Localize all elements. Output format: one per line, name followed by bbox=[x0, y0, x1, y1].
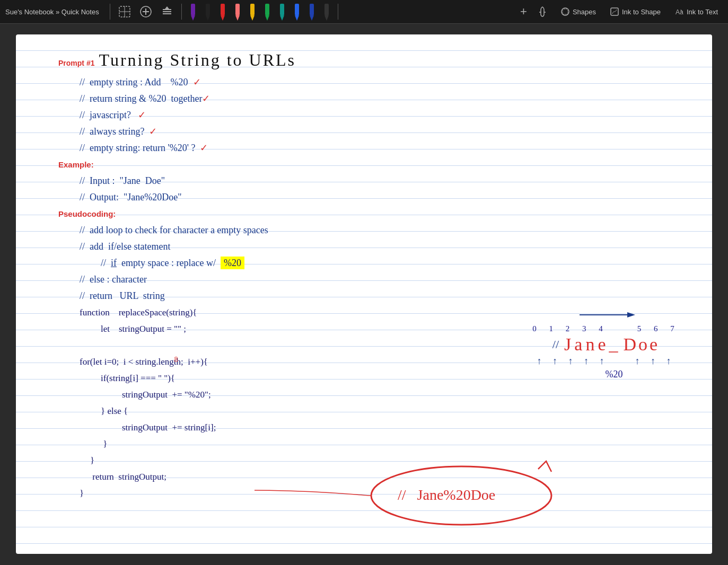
code-line-7: stringOutput += string[i]; bbox=[58, 419, 511, 436]
svg-marker-21 bbox=[265, 15, 269, 21]
example-label: Example: bbox=[58, 160, 94, 169]
percent20-label: %20 bbox=[606, 369, 623, 380]
arrows-up-row: ↑ ↑ ↑ ↑ ↑ ↑ ↑ ↑ bbox=[537, 356, 676, 367]
right-arrow-svg bbox=[574, 310, 638, 320]
svg-marker-15 bbox=[221, 15, 225, 21]
pen-blue-button[interactable] bbox=[291, 1, 303, 23]
svg-rect-14 bbox=[221, 4, 225, 15]
pen-black-icon bbox=[204, 3, 212, 21]
svg-rect-24 bbox=[295, 4, 299, 15]
note-line-2: // return string & %20 together✓ bbox=[58, 91, 691, 107]
pseudo-line-1: // add loop to check for character a emp… bbox=[58, 222, 691, 239]
space-text: _ bbox=[609, 334, 618, 355]
select-tool-button[interactable] bbox=[116, 3, 134, 21]
highlight-percent20: %20 bbox=[221, 257, 244, 269]
svg-rect-28 bbox=[324, 4, 329, 15]
check-2: ✓ bbox=[202, 93, 210, 104]
if-keyword: if bbox=[111, 258, 117, 268]
plus-icon: + bbox=[520, 5, 527, 19]
pen-dark-icon bbox=[323, 3, 330, 21]
pseudo-line-2: // add if/else statement bbox=[58, 239, 691, 255]
svg-marker-27 bbox=[310, 15, 314, 21]
svg-marker-11 bbox=[191, 15, 195, 21]
diagram-section: 0 1 2 3 4 5 6 7 // Jane _ Doe ↑ ↑ ↑ ↑ ↑ … bbox=[521, 304, 691, 501]
arrange-tool-button[interactable] bbox=[158, 3, 176, 21]
pen-red2-button[interactable] bbox=[232, 1, 243, 23]
arrow-right-container bbox=[574, 310, 638, 322]
touch-button[interactable] bbox=[533, 3, 551, 21]
pen-teal-icon bbox=[278, 3, 286, 21]
code-line-6: } else { bbox=[58, 403, 511, 419]
code-line-8: } bbox=[58, 436, 511, 452]
title-line: Prompt #1 Turning String to URLs bbox=[58, 45, 691, 70]
toolbar-right-actions: + Shapes Ink to Shape bbox=[518, 3, 723, 21]
jane-text: Jane bbox=[564, 334, 609, 355]
code-line-5: stringOutput += "%20"; bbox=[58, 386, 511, 403]
svg-marker-29 bbox=[324, 15, 329, 21]
pen-yellow-icon bbox=[249, 3, 256, 21]
svg-rect-16 bbox=[235, 4, 240, 15]
pen-black-button[interactable] bbox=[202, 1, 214, 23]
shapes-button[interactable]: Shapes bbox=[556, 4, 601, 19]
note-line-3: // javascript? ✓ bbox=[58, 107, 691, 123]
svg-rect-18 bbox=[250, 4, 255, 15]
ink-to-shape-label: Ink to Shape bbox=[622, 8, 661, 16]
code-line-11: } bbox=[58, 485, 511, 501]
pen-blue-icon bbox=[293, 3, 301, 21]
pseudo-line-5: // return URL string bbox=[58, 288, 691, 304]
select-icon bbox=[118, 5, 131, 19]
check-4: ✓ bbox=[149, 126, 157, 137]
svg-rect-22 bbox=[280, 4, 284, 15]
svg-rect-33 bbox=[563, 9, 568, 14]
svg-rect-26 bbox=[310, 4, 314, 15]
doe-text: Doe bbox=[624, 334, 660, 355]
note-line-4: // always string? ✓ bbox=[58, 123, 691, 140]
add-icon bbox=[139, 5, 153, 19]
ink-to-text-label: Ink to Text bbox=[687, 8, 718, 16]
code-line-4: if(string[i] === " "){ bbox=[58, 370, 511, 386]
toolbar-divider-2 bbox=[181, 4, 182, 20]
pen-green-button[interactable] bbox=[261, 1, 273, 23]
shapes-label: Shapes bbox=[573, 8, 596, 16]
example-line-2: // Output: "Jane%20Doe" bbox=[58, 189, 691, 206]
code-line-2: let stringOutput = "" ; bbox=[58, 321, 511, 337]
notebook-content: Prompt #1 Turning String to URLs // empt… bbox=[16, 34, 712, 512]
svg-rect-20 bbox=[265, 4, 269, 15]
toolbar-divider-1 bbox=[110, 4, 110, 20]
ink-to-text-icon: Aa bbox=[674, 7, 684, 16]
add-tool-button[interactable] bbox=[137, 3, 155, 21]
pen-red-icon bbox=[219, 3, 226, 21]
check-1: ✓ bbox=[193, 77, 201, 87]
two-col-section: function replaceSpace(string){ let strin… bbox=[58, 304, 691, 501]
index-row: 0 1 2 3 4 5 6 7 bbox=[532, 324, 680, 333]
pen-red2-icon bbox=[234, 3, 241, 21]
pen-teal-button[interactable] bbox=[276, 1, 288, 23]
code-section: function replaceSpace(string){ let strin… bbox=[58, 304, 511, 501]
pen-red-button[interactable] bbox=[217, 1, 229, 23]
svg-marker-37 bbox=[627, 312, 635, 317]
pen-darkblue-icon bbox=[308, 3, 315, 21]
arrange-icon bbox=[160, 5, 174, 19]
ink-to-text-button[interactable]: Aa Ink to Text bbox=[670, 4, 723, 19]
ink-to-shape-icon bbox=[610, 7, 619, 16]
svg-marker-23 bbox=[280, 15, 284, 21]
check-3: ✓ bbox=[138, 110, 146, 120]
code-line-1: function replaceSpace(string){ bbox=[58, 304, 511, 321]
pen-dark-button[interactable] bbox=[321, 1, 332, 23]
pseudo-line-4: // else : character bbox=[58, 271, 691, 288]
check-5: ✓ bbox=[200, 143, 208, 153]
pen-darkblue-button[interactable] bbox=[306, 1, 318, 23]
svg-marker-25 bbox=[295, 15, 299, 21]
note-line-5: // empty string: return '%20' ? ✓ bbox=[58, 140, 691, 156]
note-line-1: // empty string : Add %20 ✓ bbox=[58, 74, 691, 91]
svg-marker-19 bbox=[250, 15, 255, 21]
ink-to-shape-button[interactable]: Ink to Shape bbox=[605, 4, 665, 19]
add-item-button[interactable]: + bbox=[518, 3, 529, 21]
pseudo-label: Pseudocoding: bbox=[58, 209, 116, 218]
comment-prefix-diagram: // bbox=[552, 338, 559, 351]
shapes-icon bbox=[560, 7, 570, 16]
pen-yellow-button[interactable] bbox=[247, 1, 258, 23]
pen-purple-button[interactable] bbox=[187, 1, 199, 23]
prompt-label: Prompt #1 bbox=[58, 59, 94, 67]
svg-rect-12 bbox=[206, 4, 210, 15]
